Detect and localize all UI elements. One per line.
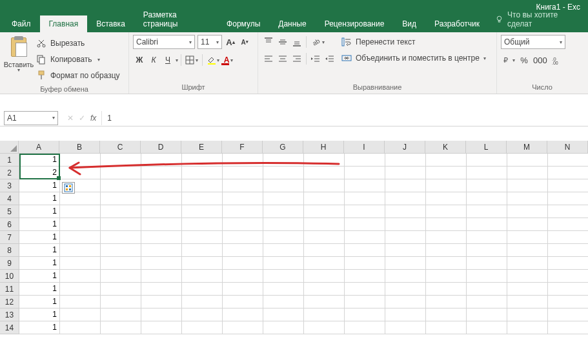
row-header[interactable]: 9 — [0, 257, 19, 270]
row-header[interactable]: 1 — [0, 154, 19, 167]
cell[interactable] — [223, 283, 263, 296]
cell[interactable] — [141, 244, 182, 257]
cell[interactable] — [60, 321, 101, 334]
cell[interactable] — [426, 244, 467, 257]
cell[interactable] — [141, 179, 182, 192]
cell[interactable] — [141, 154, 182, 167]
cell[interactable] — [263, 257, 304, 270]
cell[interactable] — [101, 244, 141, 257]
tab-review[interactable]: Рецензирование — [316, 15, 394, 32]
cell[interactable] — [548, 192, 588, 205]
cell[interactable] — [182, 257, 223, 270]
cell[interactable] — [426, 218, 467, 231]
cell[interactable] — [467, 205, 507, 218]
cell[interactable] — [507, 192, 548, 205]
accounting-format-button[interactable]: ₽▾ — [501, 53, 516, 67]
cell[interactable] — [263, 308, 304, 321]
cell[interactable] — [60, 308, 101, 321]
column-header[interactable]: B — [59, 141, 100, 153]
cell[interactable] — [141, 192, 182, 205]
cell[interactable] — [385, 308, 426, 321]
cell[interactable] — [345, 296, 385, 308]
cell[interactable] — [141, 231, 182, 244]
italic-button[interactable]: К — [147, 53, 160, 67]
cell[interactable] — [426, 270, 467, 283]
cell[interactable] — [223, 244, 263, 257]
cell[interactable] — [182, 167, 223, 179]
cell[interactable] — [141, 283, 182, 296]
cell[interactable] — [548, 231, 588, 244]
underline-button[interactable]: Ч — [161, 53, 174, 67]
cell[interactable] — [304, 257, 345, 270]
cell[interactable] — [548, 179, 588, 192]
cell[interactable] — [60, 205, 101, 218]
cell[interactable] — [548, 167, 588, 179]
cell[interactable] — [141, 167, 182, 179]
row-header[interactable]: 12 — [0, 296, 19, 308]
cell[interactable] — [385, 154, 426, 167]
tab-page-layout[interactable]: Разметка страницы — [134, 6, 218, 32]
cell[interactable] — [60, 218, 101, 231]
cell[interactable] — [304, 154, 345, 167]
cell[interactable] — [548, 205, 588, 218]
select-all-corner[interactable] — [0, 141, 19, 153]
cell[interactable] — [426, 321, 467, 334]
cell[interactable] — [101, 231, 141, 244]
cell[interactable] — [304, 244, 345, 257]
cell[interactable] — [385, 283, 426, 296]
cell[interactable] — [182, 205, 223, 218]
comma-button[interactable]: 000 — [532, 53, 549, 67]
column-header[interactable]: F — [222, 141, 263, 153]
cell[interactable] — [426, 296, 467, 308]
cell[interactable] — [223, 296, 263, 308]
align-right-button[interactable] — [290, 52, 303, 66]
column-header[interactable]: D — [141, 141, 181, 153]
cell[interactable] — [263, 179, 304, 192]
merge-center-button[interactable]: Объединить и поместить в центре ▾ — [341, 51, 486, 65]
decrease-font-button[interactable]: A▾ — [239, 36, 250, 48]
cell[interactable] — [467, 270, 507, 283]
cut-button[interactable]: Вырезать — [36, 36, 120, 50]
cell[interactable] — [141, 270, 182, 283]
cell[interactable] — [385, 270, 426, 283]
cell[interactable] — [467, 321, 507, 334]
cell[interactable] — [426, 179, 467, 192]
cell[interactable] — [548, 296, 588, 308]
cell[interactable] — [467, 167, 507, 179]
cell[interactable]: 1 — [19, 231, 60, 244]
wrap-text-button[interactable]: Перенести текст — [341, 35, 486, 49]
cell[interactable] — [345, 270, 385, 283]
cell[interactable]: 1 — [19, 308, 60, 321]
increase-decimal-button[interactable]: .0.00 — [550, 53, 563, 67]
cell[interactable]: 1 — [19, 244, 60, 257]
cell[interactable] — [467, 283, 507, 296]
column-header[interactable]: N — [547, 141, 588, 153]
cell[interactable] — [101, 270, 141, 283]
column-header[interactable]: I — [344, 141, 385, 153]
cell[interactable] — [223, 231, 263, 244]
cell[interactable] — [182, 321, 223, 334]
cell[interactable] — [304, 179, 345, 192]
cell[interactable] — [345, 218, 385, 231]
align-bottom-button[interactable] — [290, 35, 303, 49]
cell[interactable] — [304, 296, 345, 308]
cancel-formula-icon[interactable]: ✕ — [67, 114, 74, 123]
column-header[interactable]: M — [507, 141, 547, 153]
cell[interactable] — [182, 296, 223, 308]
cell[interactable] — [263, 244, 304, 257]
column-header[interactable]: C — [100, 141, 141, 153]
cell[interactable] — [60, 283, 101, 296]
cell[interactable] — [345, 154, 385, 167]
align-top-button[interactable] — [262, 35, 275, 49]
cell[interactable] — [345, 192, 385, 205]
fx-icon[interactable]: fx — [90, 114, 96, 123]
cell[interactable] — [101, 192, 141, 205]
cell[interactable] — [426, 283, 467, 296]
cell[interactable] — [182, 270, 223, 283]
fill-color-button[interactable]: ▾ — [205, 53, 221, 67]
row-header[interactable]: 5 — [0, 205, 19, 218]
cell[interactable] — [101, 257, 141, 270]
cell[interactable] — [304, 270, 345, 283]
cell[interactable] — [223, 167, 263, 179]
cell[interactable] — [385, 192, 426, 205]
